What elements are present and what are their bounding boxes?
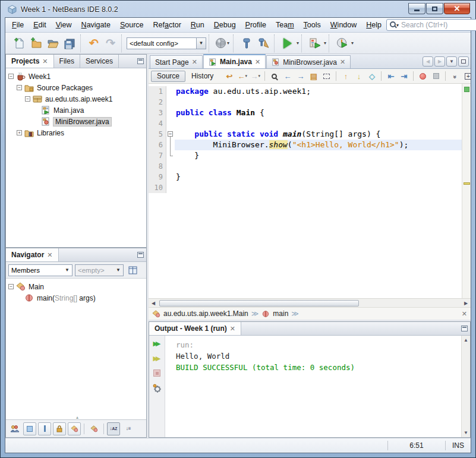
code-text[interactable]: MiniBrowser.show("<h1>Hello, World</h1>"… [175,140,462,150]
debug-caret-icon[interactable]: ▾ [324,40,326,46]
collapse-folds-icon[interactable]: » [449,70,461,82]
breadcrumb-method[interactable]: main [273,309,288,318]
fold-column[interactable] [166,108,175,118]
line-number[interactable]: 8 [149,161,166,172]
stop-macro-icon[interactable] [430,70,442,82]
fold-column[interactable] [166,140,175,150]
tab-start-page[interactable]: Start Page ✕ [150,55,203,68]
menu-view[interactable]: View [51,19,77,31]
error-stripe[interactable] [462,84,471,298]
breadcrumb-class[interactable]: au.edu.uts.aip.week1.Main [163,309,248,318]
code-text[interactable] [175,182,462,193]
menu-debug[interactable]: Debug [209,19,241,31]
debug-project-button[interactable]: 3 [307,35,323,52]
line-number[interactable]: 10 [149,182,166,193]
tab-close-icon[interactable]: ✕ [340,58,345,66]
build-project-button[interactable] [238,35,255,52]
search-input[interactable] [401,21,476,29]
minimize-button[interactable] [408,3,425,14]
tab-minibrowser-java[interactable]: MiniBrowser.java ✕ [266,55,351,68]
columns-view-button[interactable] [126,264,139,277]
line-number[interactable]: 6 [149,140,166,150]
code-text[interactable]: public class Main { [175,108,462,118]
output-minimize-button[interactable] [458,322,470,335]
menu-source[interactable]: Source [115,19,149,31]
new-file-button[interactable] [11,35,28,52]
config-select-arrow[interactable]: ▼ [197,37,206,49]
empty-filter-select[interactable]: <empty> ▼ [75,264,124,276]
line-number[interactable]: 9 [149,172,166,182]
scroll-tabs-right-button[interactable]: ▶ [434,56,445,67]
ant-settings-button[interactable] [151,383,163,393]
menu-file[interactable]: File [7,19,29,31]
show-fields-button[interactable] [23,422,36,435]
code-line-4[interactable]: 4 [149,118,462,129]
rerun-button[interactable]: ▶▶ [151,338,163,349]
line-number[interactable]: 7 [149,150,166,161]
redo-button[interactable]: ↷ [102,35,119,52]
breadcrumb-close-icon[interactable]: ✕ [462,310,467,318]
rerun-with-options-button[interactable]: ▶▶ [151,353,163,364]
tree-item-minibrowser-java[interactable]: MiniBrowser.java [33,116,146,127]
fold-column[interactable] [166,161,175,172]
breadcrumb-chevron-icon[interactable]: ≫ [251,309,259,318]
tree-item-project[interactable]: − Week1 [8,71,146,82]
new-filter-button[interactable] [87,422,100,435]
scroll-tabs-left-button[interactable]: ◀ [423,56,433,67]
profile-caret-icon[interactable]: ▾ [351,40,354,46]
tab-navigator[interactable]: Navigator ✕ [6,248,59,261]
menu-window[interactable]: Window [326,19,361,31]
tab-output-close-icon[interactable]: ✕ [230,325,235,333]
source-view-button[interactable]: Source [151,71,185,82]
code-line-2[interactable]: 2 [149,97,462,108]
scroll-up-icon[interactable]: ▲ [464,336,468,345]
tab-projects-close-icon[interactable]: ✕ [42,58,48,65]
toggle-highlight-icon[interactable]: ▤ [307,70,320,82]
navigator-item-class[interactable]: − Main [8,281,146,292]
code-line-8[interactable]: 8 [149,161,462,172]
tab-close-icon[interactable]: ✕ [255,58,260,66]
show-static-members-button[interactable] [38,422,51,435]
expander-icon[interactable]: − [8,74,14,79]
code-text[interactable] [175,118,462,129]
tab-list-button[interactable]: ▼ [446,56,457,67]
quick-search[interactable]: ▾ [386,19,476,31]
sort-source-button[interactable]: ↓≡ [122,422,135,435]
new-project-button[interactable] [28,35,45,52]
tree-item-libraries[interactable]: + Libraries [17,127,146,138]
code-line-7[interactable]: 7 } [149,150,462,161]
tab-main-java[interactable]: Main.java ✕ [203,54,266,68]
menu-profile[interactable]: Profile [241,19,271,31]
expander-icon[interactable]: + [17,130,22,135]
fold-column[interactable] [166,118,175,129]
close-button[interactable]: ✕ [444,3,470,14]
output-vscrollbar[interactable]: ▲ ▼ [461,336,470,437]
tree-item-package[interactable]: − au.edu.uts.aip.week1 [25,93,146,105]
undo-button[interactable]: ↶ [86,35,102,52]
tab-output[interactable]: Output - Week 1 (run) ✕ [149,322,241,335]
members-filter-select[interactable]: Members ▼ [8,264,72,276]
find-next-icon[interactable]: → [294,70,307,82]
code-text[interactable] [175,97,462,108]
line-number[interactable]: 1 [149,86,166,97]
previous-bookmark-icon[interactable]: ↑ [339,70,352,82]
code-line-10[interactable]: 10 [149,182,462,193]
tab-services[interactable]: Services [80,55,119,68]
tab-close-icon[interactable]: ✕ [192,58,197,66]
record-macro-icon[interactable] [417,70,429,82]
maximize-editor-button[interactable] [458,56,469,67]
clean-build-button[interactable] [255,35,272,52]
code-area[interactable]: 1package au.edu.uts.aip.week1;2 3public … [149,84,462,298]
profile-project-button[interactable] [334,35,351,52]
globe-button[interactable]: ▾ [214,35,231,52]
stop-build-button[interactable] [151,368,163,378]
tab-files[interactable]: Files [54,55,80,68]
show-inner-classes-button[interactable] [68,422,81,435]
fold-column[interactable] [166,182,175,193]
code-text[interactable]: } [175,172,462,182]
code-line-5[interactable]: 5− public static void main(String[] args… [149,129,462,140]
scroll-down-icon[interactable]: ▼ [464,428,468,437]
forward-icon[interactable]: →▾ [249,70,261,82]
breadcrumb-chevron-icon[interactable]: ≫ [291,309,299,318]
fold-column[interactable] [166,172,175,182]
